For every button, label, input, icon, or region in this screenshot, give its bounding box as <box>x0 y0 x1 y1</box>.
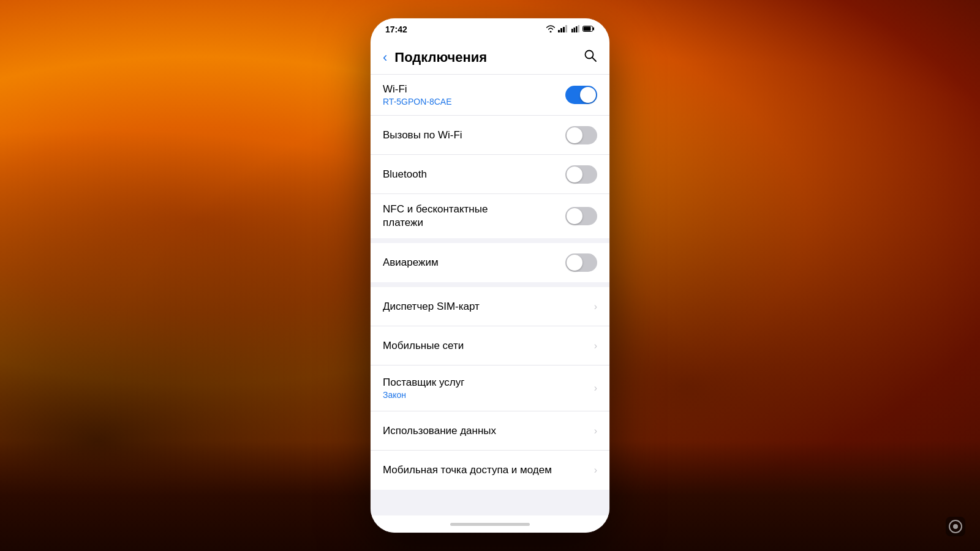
airplane-label: Авиарежим <box>383 257 565 269</box>
svg-rect-9 <box>593 27 594 30</box>
svg-rect-5 <box>574 28 576 32</box>
svg-rect-10 <box>584 26 591 31</box>
home-bar <box>450 523 530 526</box>
nfc-toggle[interactable] <box>565 207 597 225</box>
data-usage-text: Использование данных <box>383 425 594 437</box>
hotspot-label: Мобильная точка доступа и модем <box>383 464 594 476</box>
corner-decoration <box>943 514 968 539</box>
sim-manager-item[interactable]: Диспетчер SIM-карт › <box>371 287 609 326</box>
service-provider-label: Поставщик услуг <box>383 377 594 389</box>
wifi-text: Wi-Fi RT-5GPON-8CAE <box>383 83 565 107</box>
bluetooth-toggle[interactable] <box>565 165 597 184</box>
data-usage-chevron-icon: › <box>594 425 597 437</box>
status-time: 17:42 <box>385 24 407 34</box>
sim-manager-label: Диспетчер SIM-карт <box>383 301 594 313</box>
home-indicator <box>371 515 609 533</box>
phone-wrapper: 17:42 <box>371 18 609 533</box>
hotspot-chevron-icon: › <box>594 465 597 476</box>
svg-rect-3 <box>565 25 567 32</box>
airplane-text: Авиарежим <box>383 257 565 269</box>
bluetooth-text: Bluetooth <box>383 168 565 181</box>
wifi-calling-item[interactable]: Вызовы по Wi-Fi <box>371 116 609 155</box>
svg-line-12 <box>592 58 596 61</box>
nfc-text: NFC и бесконтактныеплатежи <box>383 203 565 230</box>
nfc-item[interactable]: NFC и бесконтактныеплатежи <box>371 194 609 238</box>
network-section: Диспетчер SIM-карт › Мобильные сети › По… <box>371 287 609 490</box>
wifi-toggle-knob <box>580 87 596 103</box>
wifi-calling-text: Вызовы по Wi-Fi <box>383 129 565 141</box>
mobile-networks-text: Мобильные сети <box>383 340 594 352</box>
service-provider-item[interactable]: Поставщик услуг Закон › <box>371 365 609 411</box>
status-bar: 17:42 <box>371 18 609 40</box>
svg-rect-4 <box>571 29 573 32</box>
wifi-network-name: RT-5GPON-8CAE <box>383 97 565 107</box>
bluetooth-label: Bluetooth <box>383 168 565 181</box>
hotspot-item[interactable]: Мобильная точка доступа и модем › <box>371 451 609 490</box>
airplane-toggle-knob <box>567 255 582 271</box>
wifi-calling-label: Вызовы по Wi-Fi <box>383 129 565 141</box>
svg-rect-0 <box>558 30 560 32</box>
mobile-networks-chevron-icon: › <box>594 340 597 351</box>
svg-rect-1 <box>560 28 562 32</box>
signal-status-icon <box>558 25 569 34</box>
page-title: Подключения <box>394 50 576 66</box>
wifi-status-icon <box>546 25 556 34</box>
nfc-label: NFC и бесконтактныеплатежи <box>383 203 565 230</box>
wifi-calling-toggle-knob <box>567 127 582 143</box>
connections-section: Wi-Fi RT-5GPON-8CAE Вызовы по Wi-Fi <box>371 75 609 238</box>
sim-manager-chevron-icon: › <box>594 301 597 312</box>
search-button[interactable] <box>581 47 600 68</box>
nfc-toggle-knob <box>567 208 582 224</box>
svg-rect-6 <box>576 26 578 32</box>
battery-status-icon <box>582 25 595 34</box>
wifi-toggle[interactable] <box>565 86 597 104</box>
settings-header: ‹ Подключения <box>371 40 609 75</box>
service-provider-chevron-icon: › <box>594 383 597 394</box>
wifi-label: Wi-Fi <box>383 83 565 96</box>
airplane-section: Авиарежим <box>371 243 609 282</box>
service-provider-sublabel: Закон <box>383 390 594 400</box>
status-icons <box>546 25 595 34</box>
wifi-calling-toggle[interactable] <box>565 126 597 144</box>
mobile-networks-label: Мобильные сети <box>383 340 594 352</box>
phone-screen: 17:42 <box>371 18 609 533</box>
mobile-networks-item[interactable]: Мобильные сети › <box>371 326 609 365</box>
signal2-status-icon <box>571 25 580 34</box>
airplane-toggle[interactable] <box>565 253 597 272</box>
data-usage-label: Использование данных <box>383 425 594 437</box>
settings-content: Wi-Fi RT-5GPON-8CAE Вызовы по Wi-Fi <box>371 75 609 515</box>
service-provider-text: Поставщик услуг Закон <box>383 377 594 400</box>
svg-rect-2 <box>563 27 565 32</box>
back-button[interactable]: ‹ <box>380 47 390 68</box>
airplane-item[interactable]: Авиарежим <box>371 243 609 282</box>
hotspot-text: Мобильная точка доступа и модем <box>383 464 594 476</box>
sim-manager-text: Диспетчер SIM-карт <box>383 301 594 313</box>
wifi-item[interactable]: Wi-Fi RT-5GPON-8CAE <box>371 75 609 116</box>
svg-rect-7 <box>578 25 580 32</box>
data-usage-item[interactable]: Использование данных › <box>371 411 609 451</box>
svg-point-15 <box>953 524 958 529</box>
bluetooth-toggle-knob <box>567 167 582 182</box>
bluetooth-item[interactable]: Bluetooth <box>371 155 609 194</box>
